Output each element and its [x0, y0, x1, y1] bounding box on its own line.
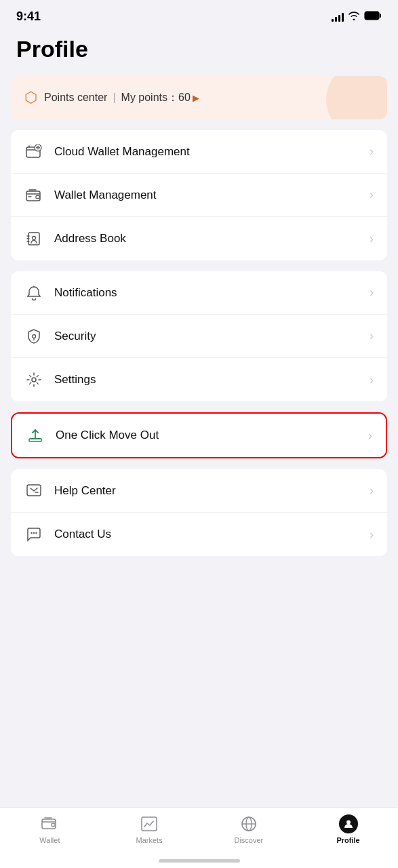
bell-icon — [24, 283, 43, 302]
points-arrow: ▶ — [193, 93, 199, 103]
discover-tab[interactable]: Discover — [199, 814, 299, 844]
chevron-icon: › — [370, 329, 374, 343]
settings-section: Notifications › Security › — [11, 271, 387, 401]
signal-icon — [332, 12, 344, 22]
contact-us-label: Contact Us — [54, 528, 370, 541]
chevron-icon: › — [370, 232, 374, 246]
svg-point-8 — [33, 237, 36, 240]
profile-tab[interactable]: Profile — [298, 814, 398, 844]
svg-rect-18 — [142, 817, 157, 831]
svg-point-14 — [33, 532, 35, 534]
svg-rect-1 — [380, 14, 381, 18]
svg-point-13 — [31, 532, 32, 534]
security-label: Security — [54, 330, 370, 343]
security-item[interactable]: Security › — [11, 315, 387, 358]
points-separator: | — [113, 92, 115, 104]
wallet-management-item[interactable]: Wallet Management › — [11, 174, 387, 217]
contact-icon — [24, 525, 43, 544]
markets-tab-label: Markets — [136, 836, 163, 844]
svg-rect-11 — [29, 439, 41, 441]
profile-tab-label: Profile — [337, 836, 360, 844]
profile-tab-icon — [339, 814, 358, 833]
svg-rect-0 — [365, 12, 379, 20]
wallet-tab-label: Wallet — [39, 836, 60, 844]
chevron-icon: › — [368, 429, 372, 443]
svg-point-10 — [32, 378, 36, 382]
discover-tab-icon — [239, 814, 258, 833]
chevron-icon: › — [370, 373, 374, 387]
notifications-item[interactable]: Notifications › — [11, 271, 387, 315]
one-click-section: One Click Move Out › — [11, 412, 387, 458]
svg-rect-5 — [36, 195, 39, 198]
star-icon: ⬡ — [24, 89, 37, 106]
page-title-section: Profile — [0, 29, 398, 76]
settings-item[interactable]: Settings › — [11, 358, 387, 401]
wallet-section: Cloud Wallet Management › Wallet Managem… — [11, 130, 387, 260]
main-content: Profile ⬡ Points center | My points： 60 … — [0, 29, 398, 635]
svg-rect-17 — [52, 824, 55, 827]
settings-icon — [24, 370, 43, 389]
chevron-icon: › — [370, 484, 374, 498]
notifications-label: Notifications — [54, 286, 370, 300]
home-indicator — [159, 859, 240, 863]
battery-icon — [364, 11, 382, 23]
cloud-wallet-item[interactable]: Cloud Wallet Management › — [11, 130, 387, 174]
svg-rect-12 — [27, 485, 41, 496]
svg-point-21 — [346, 821, 351, 825]
status-time: 9:41 — [16, 9, 41, 24]
svg-rect-7 — [28, 233, 39, 245]
wallet-management-icon — [24, 186, 43, 205]
banner-decoration — [326, 76, 387, 119]
chevron-icon: › — [370, 528, 374, 542]
chevron-icon: › — [370, 144, 374, 159]
points-my-label: My points： — [121, 91, 178, 105]
chevron-icon: › — [370, 188, 374, 202]
address-book-label: Address Book — [54, 232, 370, 245]
shield-icon — [24, 327, 43, 346]
contact-us-item[interactable]: Contact Us › — [11, 513, 387, 556]
points-value: 60 — [178, 92, 191, 104]
settings-label: Settings — [54, 373, 370, 387]
help-icon — [24, 481, 43, 500]
points-center-label: Points center — [44, 92, 107, 104]
one-click-move-out-label: One Click Move Out — [56, 429, 368, 442]
svg-point-9 — [33, 334, 36, 338]
svg-point-15 — [35, 532, 37, 534]
status-bar: 9:41 — [0, 0, 398, 29]
discover-tab-label: Discover — [234, 836, 263, 844]
move-out-icon — [26, 426, 45, 445]
help-center-label: Help Center — [54, 484, 370, 498]
markets-tab[interactable]: Markets — [100, 814, 199, 844]
address-book-icon — [24, 229, 43, 248]
wifi-icon — [348, 11, 360, 23]
wallet-management-label: Wallet Management — [54, 189, 370, 202]
cloud-wallet-label: Cloud Wallet Management — [54, 145, 370, 159]
page-title: Profile — [16, 36, 382, 62]
cloud-wallet-icon — [24, 142, 43, 161]
wallet-tab-icon — [40, 814, 59, 833]
address-book-item[interactable]: Address Book › — [11, 217, 387, 260]
help-center-item[interactable]: Help Center › — [11, 469, 387, 513]
chevron-icon: › — [370, 285, 374, 300]
markets-tab-icon — [140, 814, 159, 833]
support-section: Help Center › Contact Us › — [11, 469, 387, 556]
profile-avatar — [339, 814, 358, 833]
points-banner[interactable]: ⬡ Points center | My points： 60 ▶ — [11, 76, 387, 119]
one-click-move-out-item[interactable]: One Click Move Out › — [12, 414, 386, 457]
status-icons — [332, 11, 382, 23]
wallet-tab[interactable]: Wallet — [0, 814, 100, 844]
